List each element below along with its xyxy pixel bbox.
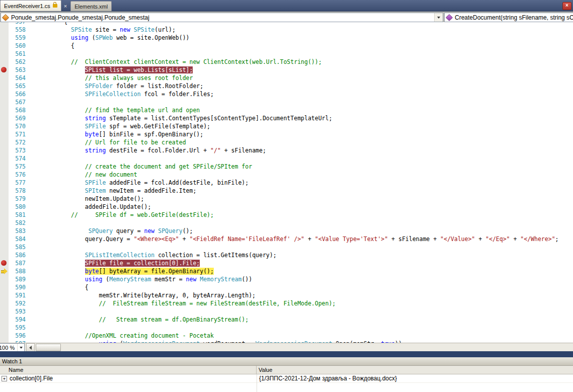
code-line[interactable]: 587 SPFile file = collection[0].File; (0, 259, 573, 267)
code-line[interactable]: 567 (0, 98, 573, 106)
breakpoint-gutter[interactable] (0, 187, 9, 195)
breakpoint-gutter[interactable] (0, 163, 9, 171)
breakpoint-gutter[interactable] (0, 66, 9, 74)
code-line[interactable]: 578 SPItem newItem = addedFile.Item; (0, 187, 573, 195)
breakpoint-gutter[interactable] (0, 307, 9, 316)
code-line[interactable]: 570 SPFile spf = web.GetFile(sTemplate); (0, 122, 573, 130)
code-line[interactable]: 581 // SPFile df = web.GetFile(destFile)… (0, 211, 573, 219)
types-dropdown[interactable]: Ponude_smestaj.Ponude_smestaj.Ponude_sme… (1, 13, 443, 22)
code-line[interactable]: 557 { (0, 22, 573, 26)
breakpoint-gutter[interactable] (0, 58, 9, 66)
breakpoint-gutter[interactable] (0, 50, 9, 58)
breakpoint-gutter[interactable] (0, 90, 9, 98)
code-line[interactable]: 566 SPFileCollection fcol = folder.Files… (0, 90, 573, 98)
code-line[interactable]: 564 // this always uses root folder (0, 74, 573, 82)
code-line[interactable]: 591 memStr.Write(byteArray, 0, byteArray… (0, 291, 573, 299)
code-line[interactable]: 595 (0, 324, 573, 332)
breakpoint-gutter[interactable] (0, 299, 9, 307)
code-line[interactable]: 560 { (0, 42, 573, 50)
column-header-value[interactable]: Value (257, 366, 573, 374)
column-header-name[interactable]: Name (0, 366, 257, 374)
code-line[interactable]: 569 string sTemplate = list.ContentTypes… (0, 114, 573, 122)
breakpoint-gutter[interactable] (0, 195, 9, 203)
breakpoint-gutter[interactable] (0, 267, 9, 275)
zoom-control[interactable]: 100 % (0, 343, 25, 352)
breakpoint-gutter[interactable] (0, 154, 9, 163)
breakpoint-gutter[interactable] (0, 74, 9, 82)
code-line[interactable]: 559 using (SPWeb web = site.OpenWeb()) (0, 34, 573, 42)
breakpoint-icon[interactable] (1, 260, 7, 266)
breakpoint-gutter[interactable] (0, 34, 9, 42)
breakpoint-gutter[interactable] (0, 171, 9, 179)
breakpoint-gutter[interactable] (0, 211, 9, 219)
tab-eventreceiver1-cs[interactable]: EventReceiver1.cs (0, 0, 61, 11)
code-line[interactable]: 596 //OpenXML creating document - Poceta… (0, 332, 573, 340)
breakpoint-gutter[interactable] (0, 283, 9, 291)
close-document-icon[interactable]: × (64, 4, 67, 9)
expand-icon[interactable]: + (2, 376, 7, 381)
horizontal-scrollbar[interactable] (35, 343, 573, 352)
code-line[interactable]: 568 // find the template url and open (0, 106, 573, 114)
members-dropdown[interactable]: CreateDocument(string sFilename, string … (444, 13, 573, 22)
breakpoint-gutter[interactable] (0, 251, 9, 259)
breakpoint-gutter[interactable] (0, 243, 9, 251)
breakpoint-gutter[interactable] (0, 291, 9, 299)
breakpoint-gutter[interactable] (0, 26, 9, 34)
code-line[interactable]: 594 // Stream stream = df.OpenBinaryStre… (0, 316, 573, 324)
scroll-left-button[interactable] (26, 343, 35, 352)
code-line[interactable]: 584 query.Query = "<Where><Eq>" + "<Fiel… (0, 235, 573, 243)
code-line[interactable]: 593 (0, 307, 573, 316)
code-editor[interactable]: 557 {558 SPSite site = new SPSite(url);5… (0, 22, 573, 343)
breakpoint-gutter[interactable] (0, 203, 9, 211)
code-line[interactable]: 558 SPSite site = new SPSite(url); (0, 26, 573, 34)
breakpoint-gutter[interactable] (0, 332, 9, 340)
breakpoint-gutter[interactable] (0, 130, 9, 138)
code-line[interactable]: 574 (0, 154, 573, 163)
code-line[interactable]: 592 // FileStream fileStream = new FileS… (0, 299, 573, 307)
code-line[interactable]: 589 using (MemoryStream memStr = new Mem… (0, 275, 573, 283)
code-line[interactable]: 572 // Url for file to be created (0, 138, 573, 146)
code-line[interactable]: 580 addedFile.Update(); (0, 203, 573, 211)
scrollbar-thumb[interactable] (36, 344, 61, 351)
breakpoint-gutter[interactable] (0, 22, 9, 26)
breakpoint-gutter[interactable] (0, 106, 9, 114)
code-line[interactable]: 561 (0, 50, 573, 58)
watch-row[interactable]: +collection[0].File{1/3ППС-2021-12-Дом з… (0, 374, 573, 383)
chevron-down-icon[interactable] (434, 13, 443, 22)
code-line[interactable]: 576 // new document (0, 171, 573, 179)
code-line[interactable]: 563 SPList list = web.Lists[sList]; (0, 66, 573, 74)
code-line[interactable]: 562 // ClientContext clientContext = new… (0, 58, 573, 66)
code-line[interactable]: 577 SPFile addedFile = fcol.Add(destFile… (0, 179, 573, 187)
breakpoint-gutter[interactable] (0, 114, 9, 122)
breakpoint-gutter[interactable] (0, 146, 9, 154)
breakpoint-gutter[interactable] (0, 275, 9, 283)
code-line[interactable]: 585 (0, 243, 573, 251)
code-line[interactable]: 579 newItem.Update(); (0, 195, 573, 203)
code-line[interactable]: 586 SPListItemCollection collection = li… (0, 251, 573, 259)
code-line[interactable]: 590 { (0, 283, 573, 291)
code-line[interactable]: 583 SPQuery query = new SPQuery(); (0, 227, 573, 235)
code-line[interactable]: 582 (0, 219, 573, 227)
code-line[interactable]: 571 byte[] binFile = spf.OpenBinary(); (0, 130, 573, 138)
chevron-down-icon[interactable] (17, 344, 24, 351)
breakpoint-gutter[interactable] (0, 259, 9, 267)
breakpoint-gutter[interactable] (0, 316, 9, 324)
code-line[interactable]: 565 SPFolder folder = list.RootFolder; (0, 82, 573, 90)
breakpoint-gutter[interactable] (0, 42, 9, 50)
code-line[interactable]: 575 // create the document and get SPFil… (0, 163, 573, 171)
breakpoint-gutter[interactable] (0, 82, 9, 90)
code-line[interactable]: 573 string destFile = fcol.Folder.Url + … (0, 146, 573, 154)
breakpoint-gutter[interactable] (0, 138, 9, 146)
breakpoint-gutter[interactable] (0, 122, 9, 130)
breakpoint-gutter[interactable] (0, 179, 9, 187)
breakpoint-gutter[interactable] (0, 324, 9, 332)
breakpoint-icon[interactable] (1, 67, 7, 72)
breakpoint-gutter[interactable] (0, 219, 9, 227)
close-button[interactable]: × (562, 2, 571, 10)
breakpoint-gutter[interactable] (0, 235, 9, 243)
breakpoint-gutter[interactable] (0, 227, 9, 235)
breakpoint-gutter[interactable] (0, 98, 9, 106)
column-divider[interactable] (257, 374, 257, 392)
tab-elements-xml[interactable]: Elements.xml (70, 1, 112, 11)
code-line[interactable]: 588 byte[] byteArray = file.OpenBinary()… (0, 267, 573, 275)
